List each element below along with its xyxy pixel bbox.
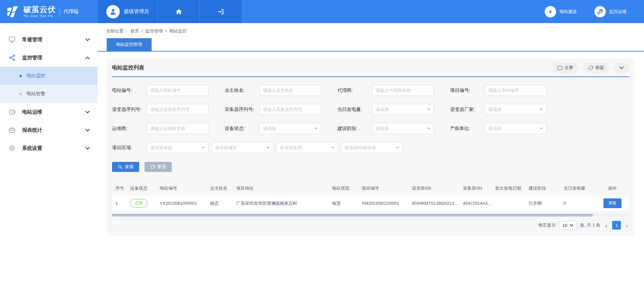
next-page-button[interactable]: › [624,222,629,229]
col-project-address: 项目地址 [233,181,329,195]
gear-icon [8,144,16,152]
filter-label: 项目区域: [112,145,147,151]
col-station-no: 电站编号 [156,181,207,195]
scrollbar-thumb[interactable] [112,214,593,217]
sidebar-item-general-mgmt[interactable]: 常规管理 [0,30,97,49]
header-spacer [241,0,545,23]
per-page-prefix: 每页显示 [538,222,556,228]
breadcrumb-item-station-monitor[interactable]: 电站监控 [169,28,186,34]
nav-monitor-ops[interactable]: 监控运维 [594,0,627,23]
owner-name-input[interactable] [259,85,321,96]
om-vendor-input[interactable] [147,123,209,134]
province-select[interactable]: 请选择省份 [147,142,209,153]
user-name: 超级管理员 [124,8,149,15]
chevron-down-icon [85,109,90,115]
monitor-icon [8,36,16,44]
filter-build-stage: 建设阶段: 请选择 [337,123,434,134]
filter-agent: 代理商: [337,85,434,96]
col-build-stage: 建设阶段 [525,181,560,195]
refresh-icon [588,65,593,70]
filter-form: 电站编号: 业主姓名: 代理商: [112,85,629,172]
collector-sn-input[interactable] [259,104,321,115]
nav-monitor-ops-label: 监控运维 [609,9,627,15]
filter-collector-sn: 采集器序列号: [225,104,321,115]
town-select[interactable]: 请选择村镇/街道 [341,142,403,153]
col-collector-sn: 采集器SN [460,181,492,195]
breadcrumb-item-monitor-mgmt[interactable]: 监控管理 [146,28,163,34]
current-user[interactable]: 超级管理员 [98,0,158,23]
caret-down-icon [314,128,318,130]
home-button[interactable] [158,0,200,23]
page-number-1[interactable]: 1 [612,221,621,230]
sidebar-item-report-stats[interactable]: 报表统计 [0,121,97,139]
city-select[interactable]: 请选择城市 [211,142,273,153]
horizontal-scrollbar[interactable] [112,214,629,217]
reset-button[interactable]: 重置 [145,162,172,172]
sidebar-item-system-settings[interactable]: 系统设置 [0,139,97,157]
brand-subtitle: Po Jian Yun Fu [23,14,56,18]
cell-project-no: XM2023061100001 [358,195,409,211]
user-avatar-icon [106,5,120,18]
inverter-sn-input[interactable] [147,104,209,115]
search-button[interactable]: 搜索 [112,162,139,172]
prev-page-button[interactable]: ‹ [604,222,609,229]
filter-label: 当日发电量: [337,107,372,113]
cell-actions: 查看 [596,195,629,211]
sidebar-subitem-station-alarm[interactable]: 电站告警 [0,85,97,103]
cell-daily-power: 0 [560,195,596,211]
col-inverter-sn: 逆变器SN [409,181,460,195]
user-section: 超级管理员 [98,0,241,23]
fullscreen-button[interactable]: 全屏 [552,63,579,73]
logout-button[interactable] [200,0,241,23]
pagination: 每页显示 10 条, 共 1 条 ‹ 1 › [112,221,629,230]
nav-station-build[interactable]: 电站建设 [545,0,577,23]
card-toolbar: 全屏 刷新 [552,63,629,73]
filter-daily-power: 当日发电量: 请选择 [337,104,434,115]
filter-label: 采集器序列号: [225,107,259,113]
station-no-input[interactable] [147,85,209,96]
daily-power-select[interactable]: 请选择 [372,104,434,115]
per-page-select[interactable]: 10 [559,221,577,230]
total-count-label: 条, 共 1 条 [580,222,600,228]
breadcrumb: 当前位置： 首页 / 监控管理 / 电站监控 [98,23,644,38]
caret-down-icon [427,109,430,111]
project-no-input[interactable] [485,85,547,96]
county-select[interactable]: 请选择县/区 [276,142,338,153]
chevron-up-icon [85,55,90,61]
cell-station-type: 租赁 [329,195,358,211]
filter-label: 逆变器厂家: [450,107,485,113]
chevron-down-icon [570,224,573,227]
caret-down-icon [427,128,430,130]
nav-station-build-label: 电站建设 [559,9,577,15]
inverter-vendor-select[interactable]: 请选择 [485,104,547,115]
caret-down-icon [266,147,270,149]
refresh-button[interactable]: 刷新 [583,63,609,73]
device-status-select[interactable]: 请选择 [259,123,321,134]
sidebar: 常规管理 监控管理 电站监控 [0,23,98,308]
breadcrumb-item-home[interactable]: 首页 [130,28,139,34]
sidebar-item-station-ops[interactable]: 电站运维 [0,103,97,121]
filter-label: 代理商: [337,87,372,94]
property-unit-select[interactable]: 请选择 [485,123,547,134]
build-stage-select[interactable]: 请选择 [372,123,434,134]
bullet-dot-icon [19,75,22,77]
filter-inverter-sn: 逆变器序列号: [112,104,209,115]
col-first-power-date: 首次发电日期 [492,181,525,195]
search-icon [118,165,122,169]
cell-collector-sn: 40422914A3... [460,195,492,211]
logo-text: 破茧云伏 Po Jian Yun Fu [23,5,56,17]
sidebar-item-monitor-mgmt[interactable]: 监控管理 [0,49,97,67]
collapse-card-button[interactable] [614,63,629,73]
view-button[interactable]: 查看 [603,198,622,208]
sidebar-subitem-station-monitor[interactable]: 电站监控 [0,67,97,85]
breadcrumb-separator: / [142,28,143,34]
tab-station-monitor-mgmt[interactable]: 电站监控管理 [107,38,152,51]
card-title: 电站监控列表 [112,64,144,71]
filter-inverter-vendor: 逆变器厂家: 请选择 [450,104,547,115]
cell-owner-name: 姚忠 [207,195,233,211]
chevron-down-icon [85,127,90,133]
agent-input[interactable] [372,85,434,96]
caret-down-icon [202,147,205,149]
filter-project-region: 项目区域: 请选择省份 请选择城市 请选择县/区 [112,142,629,153]
breadcrumb-separator: / [165,28,167,34]
